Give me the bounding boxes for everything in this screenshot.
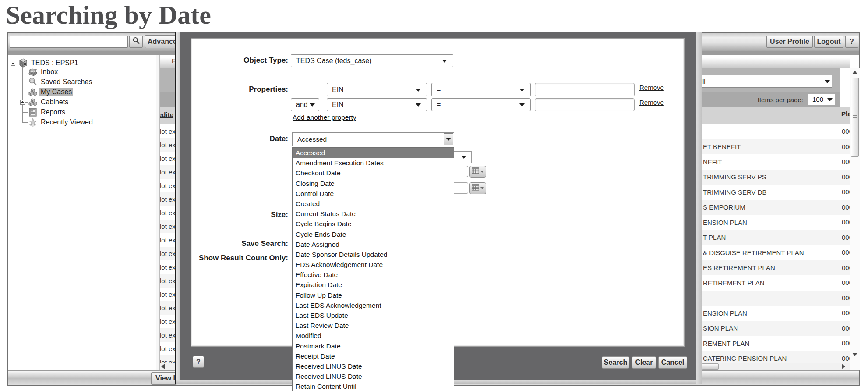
logout-button[interactable]: Logout — [814, 36, 843, 48]
property-operator-select[interactable]: = — [431, 83, 531, 96]
date-option[interactable]: Amendment Execution Dates — [293, 158, 454, 168]
date-to-input[interactable] — [454, 182, 468, 194]
tree-scrollbar-track[interactable] — [156, 55, 160, 370]
date-option[interactable]: Created — [293, 199, 454, 209]
filter-dropdown[interactable] — [692, 75, 832, 88]
search-button[interactable] — [129, 36, 143, 48]
date-option[interactable]: Last EDS Acknowledgement — [293, 300, 454, 310]
plan-name-cell: NEFIT — [702, 158, 722, 166]
table-row[interactable]: 000 — [702, 124, 850, 139]
expedite-column-header[interactable]: edite — [158, 111, 173, 118]
date-option[interactable]: Postmark Date — [293, 341, 454, 351]
search-icon — [132, 36, 141, 47]
cancel-button[interactable]: Cancel — [658, 356, 687, 369]
plan-number-cell: 000 — [842, 170, 850, 185]
sidebar-item-saved-searches[interactable]: Saved Searches — [28, 77, 93, 87]
advanced-search-button[interactable]: Advanced Search — [145, 35, 180, 48]
items-per-page-label: Items per page: — [754, 96, 803, 103]
date-option[interactable]: Last Review Date — [293, 320, 454, 331]
property-field-select[interactable]: EIN — [327, 98, 427, 111]
table-row[interactable]: SION PLAN 000 — [702, 321, 850, 336]
table-row[interactable]: TRIMMING SERV PS 000 — [702, 170, 850, 185]
property-value-input[interactable] — [535, 83, 635, 96]
table-row[interactable]: 000 — [702, 291, 850, 306]
date-option[interactable]: Received LINUS Date — [293, 361, 454, 371]
property-field-select[interactable]: EIN — [327, 83, 427, 96]
search-submit-button[interactable]: Search — [602, 356, 629, 369]
expedite-cell: lot ex — [160, 328, 175, 342]
date-option[interactable]: Effective Date — [293, 270, 454, 280]
date-option[interactable]: Control Date — [293, 188, 454, 199]
remove-property-link[interactable]: Remove — [639, 84, 664, 91]
sidebar-item-cabinets[interactable]: Cabinets — [28, 97, 70, 107]
calendar-picker-button[interactable] — [469, 182, 486, 194]
dialog-help-button[interactable]: ? — [193, 356, 204, 368]
table-row[interactable]: REMENT PLAN 000 — [702, 336, 850, 351]
property-operator-select[interactable]: = — [431, 98, 531, 111]
plan-number-cell: 000 — [842, 291, 850, 306]
reports-icon — [28, 107, 38, 117]
sidebar-item-reports[interactable]: Reports — [28, 107, 67, 117]
date-option[interactable]: Cycle Begins Date — [293, 219, 454, 229]
tree-connector — [22, 122, 28, 123]
date-option[interactable]: Cycle Ends Date — [293, 229, 454, 239]
table-row[interactable]: ES RETIREMENT PLAN 000 — [702, 260, 850, 276]
date-option[interactable]: Receipt Date — [293, 351, 454, 361]
table-row[interactable]: NEFIT 000 — [702, 154, 850, 170]
property-join-select[interactable]: and — [291, 98, 319, 111]
date-field-select[interactable]: Accessed — [292, 132, 454, 146]
vertical-scrollbar-thumb[interactable] — [851, 78, 859, 157]
date-option[interactable]: EDS Acknowledgement Date — [293, 259, 454, 270]
date-option[interactable]: Closing Date — [293, 178, 454, 188]
scroll-right-arrow[interactable] — [842, 364, 845, 369]
user-profile-button[interactable]: User Profile — [766, 36, 813, 48]
tree-collapse-toggle[interactable] — [11, 61, 15, 66]
items-per-page-value: 100 — [812, 96, 823, 103]
table-row[interactable]: T PLAN 000 — [702, 230, 850, 245]
date-option-selected[interactable]: Accessed — [293, 148, 454, 158]
view-button[interactable]: View I — [151, 372, 177, 385]
calendar-picker-button[interactable] — [469, 166, 486, 178]
date-option[interactable]: Last EDS Update — [293, 310, 454, 320]
clear-button[interactable]: Clear — [632, 356, 656, 369]
tree-expand-toggle[interactable] — [20, 100, 25, 105]
date-option[interactable]: Expiration Date — [293, 280, 454, 290]
date-option[interactable]: Received LINUS Date — [293, 371, 454, 381]
table-row[interactable]: ENSION PLAN 000 — [702, 215, 850, 230]
date-option[interactable]: Date Sponsor Details Updated — [293, 249, 454, 259]
scroll-down-arrow[interactable] — [852, 353, 857, 356]
table-row[interactable]: RETIREMENT PLAN 000 — [702, 275, 850, 291]
horizontal-scrollbar-thumb[interactable] — [702, 363, 719, 370]
date-option[interactable]: Checkout Date — [293, 168, 454, 178]
table-row[interactable]: S EMPORIUM 000 — [702, 200, 850, 215]
expedite-cell: lot ex — [160, 179, 175, 192]
sidebar-item-recently-viewed[interactable]: Recently Viewed — [28, 117, 94, 127]
plan-name-cell: RETIREMENT PLAN — [702, 279, 765, 287]
property-value-input[interactable] — [535, 98, 635, 111]
table-row[interactable]: TRIMMING SERV DB 000 — [702, 185, 850, 200]
table-row[interactable]: & DISGUISE RETIREMENT PLAN 000 — [702, 245, 850, 260]
plan-number-cell: 000 — [842, 306, 850, 321]
date-option[interactable]: Modified — [293, 331, 454, 341]
sidebar-item-teds-epsp1[interactable]: TEDS : EPSP1 — [18, 58, 80, 68]
table-row[interactable]: ET BENEFIT 000 — [702, 139, 850, 155]
expedite-cell: lot ex — [160, 247, 175, 260]
search-input[interactable] — [10, 36, 128, 48]
date-option[interactable]: Retain Content Until — [293, 381, 454, 391]
remove-property-link[interactable]: Remove — [639, 99, 664, 106]
object-type-select[interactable]: TEDS Case (teds_case) — [291, 54, 453, 67]
date-from-input[interactable] — [454, 166, 468, 177]
add-property-link[interactable]: Add another property — [293, 114, 356, 121]
dropdown-button[interactable] — [444, 133, 453, 145]
root-icon — [18, 58, 28, 68]
sidebar-item-my-cases[interactable]: My Cases — [28, 87, 73, 97]
date-option[interactable]: Current Status Date — [293, 209, 454, 219]
date-option[interactable]: Date Assigned — [293, 239, 454, 249]
table-row[interactable]: ENSION PLAN 000 — [702, 306, 850, 321]
scroll-left-arrow[interactable] — [161, 364, 165, 369]
scroll-up-arrow[interactable] — [852, 71, 857, 74]
thumb-grip — [853, 115, 857, 116]
sidebar-item-inbox[interactable]: Inbox — [28, 67, 59, 77]
date-option[interactable]: Follow Up Date — [293, 290, 454, 300]
help-button[interactable]: ? — [845, 36, 858, 48]
